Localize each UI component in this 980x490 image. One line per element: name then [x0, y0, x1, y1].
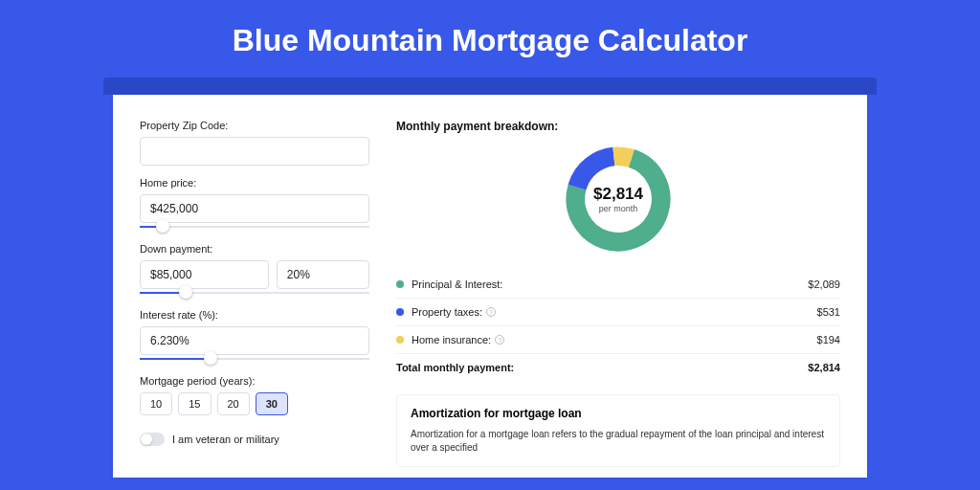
down-percent-input[interactable]: [277, 260, 369, 289]
term-option-10[interactable]: 10: [140, 392, 172, 415]
legend-dot: [396, 308, 404, 316]
zip-field: Property Zip Code:: [140, 120, 369, 166]
legend-label: Property taxes:?: [412, 306, 817, 318]
down-slider[interactable]: [140, 288, 369, 298]
term-option-20[interactable]: 20: [217, 392, 250, 415]
price-slider-thumb[interactable]: [156, 219, 169, 233]
down-amount-input[interactable]: [140, 260, 269, 289]
legend-row: Property taxes:?$531: [396, 299, 840, 326]
price-field: Home price:: [140, 177, 369, 232]
price-label: Home price:: [140, 177, 369, 189]
price-slider[interactable]: [140, 222, 369, 232]
term-field: Mortgage period (years): 10152030: [140, 375, 369, 415]
down-slider-thumb[interactable]: [179, 285, 192, 299]
total-value: $2,814: [808, 362, 840, 373]
donut-sub: per month: [599, 204, 638, 213]
inputs-column: Property Zip Code: Home price: Down paym…: [140, 120, 369, 478]
term-options: 10152030: [140, 392, 369, 415]
veteran-row: I am veteran or military: [140, 433, 369, 446]
legend-dot: [396, 336, 404, 344]
term-label: Mortgage period (years):: [140, 375, 369, 387]
term-option-30[interactable]: 30: [256, 392, 288, 415]
breakdown-column: Monthly payment breakdown: $2,814 per mo…: [396, 120, 840, 478]
legend-amount: $2,089: [808, 278, 840, 290]
donut-center: $2,814 per month: [562, 143, 675, 256]
down-field: Down payment:: [140, 243, 369, 298]
legend-dot: [396, 280, 404, 288]
donut-chart-wrap: $2,814 per month: [396, 143, 840, 256]
calculator-card: Property Zip Code: Home price: Down paym…: [113, 95, 867, 478]
price-input[interactable]: [140, 194, 369, 223]
help-icon[interactable]: ?: [495, 335, 504, 345]
amortization-card: Amortization for mortgage loan Amortizat…: [396, 394, 840, 467]
rate-slider-thumb[interactable]: [204, 351, 217, 365]
legend-label: Principal & Interest:: [412, 278, 808, 290]
legend-row: Principal & Interest:$2,089: [396, 271, 840, 299]
legend-amount: $531: [817, 306, 840, 318]
veteran-label: I am veteran or military: [172, 434, 279, 445]
rate-label: Interest rate (%):: [140, 309, 369, 321]
rate-field: Interest rate (%):: [140, 309, 369, 364]
down-label: Down payment:: [140, 243, 369, 255]
amortization-title: Amortization for mortgage loan: [411, 407, 826, 420]
total-label: Total monthly payment:: [396, 362, 808, 373]
zip-label: Property Zip Code:: [140, 120, 369, 131]
rate-input[interactable]: [140, 326, 369, 355]
legend-label: Home insurance:?: [412, 334, 817, 345]
card-accent-bar: [103, 78, 877, 95]
legend: Principal & Interest:$2,089Property taxe…: [396, 271, 840, 354]
page-title: Blue Mountain Mortgage Calculator: [0, 0, 980, 78]
zip-input[interactable]: [140, 137, 369, 166]
term-option-15[interactable]: 15: [178, 392, 211, 415]
breakdown-title: Monthly payment breakdown:: [396, 120, 840, 133]
legend-amount: $194: [817, 334, 840, 345]
rate-slider[interactable]: [140, 354, 369, 364]
donut-chart: $2,814 per month: [562, 143, 675, 256]
donut-value: $2,814: [593, 185, 643, 204]
legend-row: Home insurance:?$194: [396, 326, 840, 354]
total-row: Total monthly payment: $2,814: [396, 354, 840, 381]
amortization-text: Amortization for a mortgage loan refers …: [411, 428, 826, 455]
veteran-toggle[interactable]: [140, 433, 165, 446]
help-icon[interactable]: ?: [486, 307, 496, 317]
